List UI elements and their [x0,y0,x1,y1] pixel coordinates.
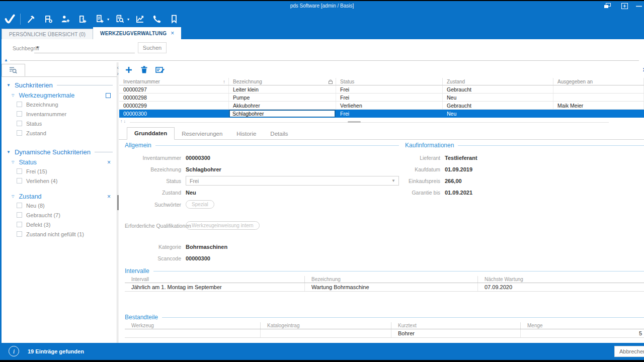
field-label: Lieferant [405,155,440,161]
filter-item-verliehen[interactable]: Verliehen (4) [17,177,117,184]
tab-historie[interactable]: Historie [229,128,263,140]
table-row[interactable]: 00000297 Leiter klein Frei Gebraucht [119,85,644,94]
filter-item-defekt[interactable]: Defekt (3) [17,221,117,228]
search-input[interactable] [34,42,135,53]
table-header: Intervall Bezeichnung Nächste Wartung [125,276,644,283]
col-inventarnummer[interactable]: Inventarnummer ↑ [119,78,229,85]
table-row[interactable]: 00000299 Akkubohrer Verliehen Gebraucht … [119,102,644,110]
section-dyn-status[interactable]: ▽ Status × [12,159,111,166]
document-search-caret-icon[interactable]: ▾ [127,17,129,22]
field-scancode: Scancode 00000300 [125,252,399,264]
detail-tab-bar: Grunddaten Reservierungen Historie Detai… [119,127,644,140]
checkbox[interactable] [17,222,22,227]
search-button[interactable]: Suchen [138,42,167,53]
filter-item-zustand[interactable]: Zustand [17,130,117,136]
field-value: 01.09.2019 [445,166,472,172]
close-tab-icon[interactable]: × [171,30,174,37]
tab-grunddaten[interactable]: Grunddaten [127,127,175,140]
checkbox[interactable] [17,111,22,117]
filter-item-gebraucht[interactable]: Gebraucht (7) [17,212,117,218]
document-add-icon[interactable] [93,13,106,25]
edit-record-icon[interactable] [155,66,165,74]
pds-logo-icon[interactable] [3,13,16,25]
filter-item-inventarnummer[interactable]: Inventarnummer [17,111,117,117]
bookmark-icon[interactable] [168,13,181,25]
filter-item-frei[interactable]: Frei (15) [17,168,117,174]
inline-cell-editor[interactable]: Schlagbohrer [229,110,336,117]
chart-icon[interactable] [133,13,146,25]
table-row[interactable]: 00000298 Pumpe Frei Neu [119,94,644,102]
tag-spezial[interactable]: Spezial [186,200,214,209]
col-menge[interactable]: Menge [521,322,644,329]
checkbox[interactable] [17,130,22,136]
status-dropdown[interactable]: Frei ▼ [186,176,399,186]
minimize-icon[interactable] [636,6,642,7]
field-einkaufspreis: Einkaufspreis 266,00 [405,175,644,187]
col-naechste-wartung[interactable]: Nächste Wartung [478,276,644,283]
section-dyn-zustand[interactable]: ▽ Zustand × [12,193,111,200]
filter-item-neu[interactable]: Neu (8) [17,202,117,209]
window-title: pds Software [admin / Basis] [0,3,644,9]
group-title: Dynamische Suchkriterien [15,148,91,156]
col-intervall[interactable]: Intervall [125,276,305,283]
tab-werkzeugverwaltung[interactable]: WERKZEUGVERWALTUNG × [93,27,181,39]
field-label: Erforderliche Qualifikationen [125,223,181,229]
phone-icon[interactable] [150,13,164,25]
checkbox[interactable] [17,121,22,126]
select-all-checkbox[interactable] [106,93,111,98]
checkbox[interactable] [17,212,22,218]
field-label: Scancode [125,255,181,261]
filter-item-bezeichnung[interactable]: Bezeichnung [17,101,117,108]
section-werkzeugmerkmale[interactable]: ▽ Werkzeugmerkmale [12,92,111,99]
table-row-selected[interactable]: 00000300 Schlagbohrer Frei Neu [119,110,644,118]
filter-panel-tab[interactable] [2,64,25,76]
group-suchkriterien[interactable]: ▼ Suchkriterien [7,81,113,89]
checkbox[interactable] [17,102,22,107]
new-window-icon[interactable] [621,3,628,9]
checkbox[interactable] [17,168,22,174]
filter-item-zustand-nicht-gefuellt[interactable]: Zustand nicht gefüllt (1) [17,231,117,237]
status-bar: i 19 Einträge gefunden Abbrechen [0,343,644,360]
tag-werkzeugeinweisung[interactable]: Werkzeugeinweisung intern [186,221,260,230]
flag-gear-icon[interactable] [42,13,55,25]
remove-filter-icon[interactable]: × [107,193,111,200]
col-werkzeug[interactable]: Werkzeug [125,322,261,329]
cancel-button[interactable]: Abbrechen [614,346,644,357]
collapse-up-icon[interactable]: ▲ [4,58,8,62]
document-search-icon[interactable] [113,13,126,25]
add-record-icon[interactable] [125,66,133,74]
row-up-down-icons[interactable]: ↑↓ [120,119,127,124]
col-label: Bezeichnung [233,79,262,84]
field-value: Schlagbohrer [186,166,221,172]
col-zustand[interactable]: Zustand [443,78,553,85]
door-add-icon[interactable] [76,13,89,25]
delete-record-icon[interactable] [140,66,148,74]
tab-details[interactable]: Details [263,128,295,140]
remove-filter-icon[interactable]: × [107,159,111,166]
checkbox[interactable] [17,231,22,237]
checkbox[interactable] [17,178,22,184]
detail-body: Allgemein Inventarnummer 00000300 Bezeic… [119,140,644,343]
col-kurztext[interactable]: Kurztext [391,322,521,329]
field-label: Kategorie [125,244,181,250]
checkbox[interactable] [17,203,22,208]
table-row[interactable]: Jährlich am 1. Montag im September Wartu… [125,283,644,292]
filter-item-status[interactable]: Status [17,120,117,127]
group-dynamische-suchkriterien[interactable]: ▼ Dynamische Suchkriterien [7,148,113,156]
col-bezeichnung[interactable]: Bezeichnung [229,78,336,85]
cascade-windows-icon[interactable] [604,3,611,9]
document-add-caret-icon[interactable]: ▾ [107,17,109,22]
filter-search-icon [9,66,18,74]
tab-reservierungen[interactable]: Reservierungen [175,128,229,140]
hammer-icon[interactable] [25,13,38,25]
col-katalogeintrag[interactable]: Katalogeintrag [261,322,391,329]
col-status[interactable]: Status [336,78,443,85]
col-ausgegeben-an[interactable]: Ausgegeben an [553,78,644,85]
cell-status: Frei [336,85,443,93]
tab-persoenliche-uebersicht[interactable]: PERSÖNLICHE ÜBERSICHT (0) [2,29,93,39]
col-bezeichnung[interactable]: Bezeichnung [305,276,478,283]
table-row[interactable]: Bohrer 5 [125,329,644,338]
person-add-icon[interactable] [59,13,72,25]
field-value: 00000300 [186,155,210,161]
horizontal-scrollbar-thumb[interactable] [348,121,361,123]
